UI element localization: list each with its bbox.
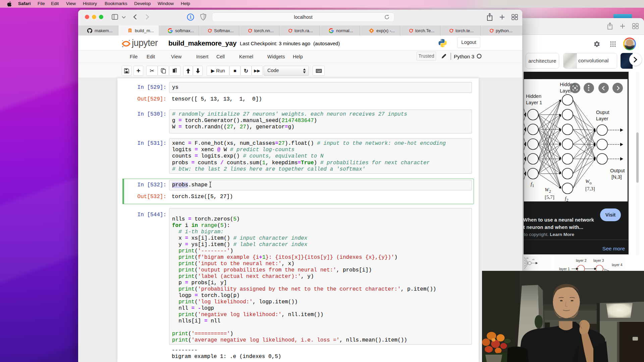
svg-text:x1: x1	[526, 257, 529, 259]
svg-text:1: 1	[190, 15, 192, 19]
svg-text:v1: v1	[532, 258, 535, 260]
